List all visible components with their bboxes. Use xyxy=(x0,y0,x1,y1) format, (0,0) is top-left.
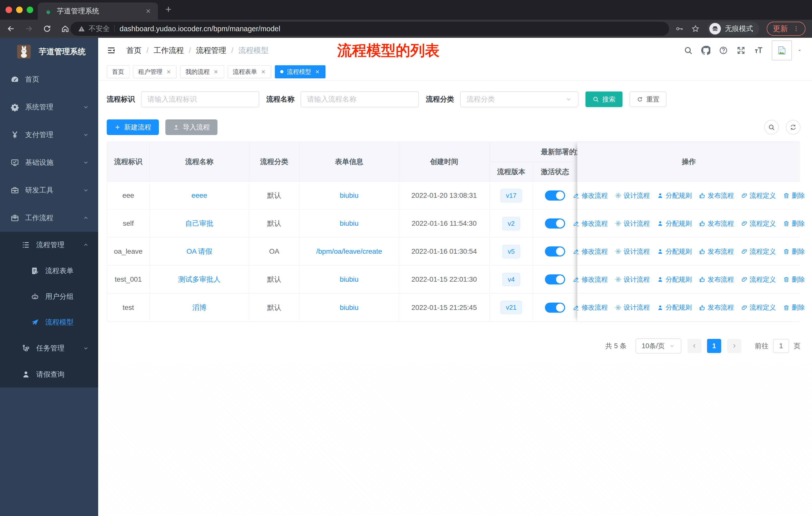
action-design-link[interactable]: 设计流程 xyxy=(615,191,650,200)
sidebar-logo-row[interactable]: 芋道管理系统 xyxy=(0,38,98,65)
sidebar-item-process-model[interactable]: 流程模型 xyxy=(0,309,98,335)
sidebar-item-workflow[interactable]: 工作流程 xyxy=(0,204,98,232)
active-status-toggle[interactable] xyxy=(545,246,565,256)
breadcrumb-process-mgmt[interactable]: 流程管理 xyxy=(196,45,226,56)
action-delete-link[interactable]: 删除 xyxy=(783,219,805,228)
tag-close-icon[interactable] xyxy=(261,69,266,75)
active-status-toggle[interactable] xyxy=(545,190,565,200)
form-info-link[interactable]: biubiu xyxy=(340,275,359,283)
action-delete-link[interactable]: 删除 xyxy=(783,275,805,284)
create-process-button[interactable]: 新建流程 xyxy=(107,119,159,135)
form-info-link[interactable]: biubiu xyxy=(340,191,359,199)
reset-button[interactable]: 重置 xyxy=(630,91,667,107)
search-button[interactable]: 搜索 xyxy=(585,91,622,107)
action-definition-link[interactable]: 流程定义 xyxy=(741,191,776,200)
sidebar-item-payment[interactable]: 支付管理 xyxy=(0,121,98,148)
bookmark-star-icon[interactable] xyxy=(691,24,700,33)
tag-close-icon[interactable] xyxy=(315,69,320,75)
action-assign-link[interactable]: 分配规则 xyxy=(657,275,692,284)
process-name-field[interactable] xyxy=(300,91,419,107)
breadcrumb-workflow[interactable]: 工作流程 xyxy=(153,45,184,56)
back-button[interactable] xyxy=(6,24,15,33)
process-name-link[interactable]: 测试多审批人 xyxy=(178,275,221,284)
action-assign-link[interactable]: 分配规则 xyxy=(657,191,692,200)
refresh-table-button[interactable] xyxy=(786,120,801,135)
version-badge[interactable]: v5 xyxy=(502,245,520,258)
import-process-button[interactable]: 导入流程 xyxy=(165,119,218,135)
form-info-link[interactable]: biubiu xyxy=(340,219,359,227)
tag-close-icon[interactable] xyxy=(213,69,219,75)
action-definition-link[interactable]: 流程定义 xyxy=(741,219,776,228)
sidebar-item-system[interactable]: 系统管理 xyxy=(0,93,98,121)
action-delete-link[interactable]: 删除 xyxy=(783,247,805,256)
sidebar-item-process-form[interactable]: 流程表单 xyxy=(0,258,98,284)
process-name-link[interactable]: eeee xyxy=(192,191,207,199)
tag-process-model[interactable]: 流程模型 xyxy=(275,65,325,78)
process-name-input[interactable] xyxy=(307,95,412,103)
category-select[interactable]: 流程分类 xyxy=(460,91,578,107)
breadcrumb-home[interactable]: 首页 xyxy=(126,45,141,56)
sidebar-collapse-button[interactable] xyxy=(107,46,116,55)
sidebar-item-task-mgmt[interactable]: 任务管理 xyxy=(0,335,98,361)
tag-home[interactable]: 首页 xyxy=(107,65,129,78)
action-modify-link[interactable]: 修改流程 xyxy=(573,247,608,256)
close-window-button[interactable] xyxy=(5,6,12,13)
page-size-select[interactable]: 10条/页 xyxy=(636,338,682,353)
avatar[interactable] xyxy=(772,40,792,60)
action-publish-link[interactable]: 发布流程 xyxy=(699,275,734,284)
action-definition-link[interactable]: 流程定义 xyxy=(741,247,776,256)
action-design-link[interactable]: 设计流程 xyxy=(615,219,650,228)
maximize-window-button[interactable] xyxy=(27,6,33,13)
not-secure-icon[interactable] xyxy=(78,25,85,32)
reload-button[interactable] xyxy=(43,24,51,33)
avatar-caret-down-icon[interactable] xyxy=(797,48,803,53)
goto-page-input[interactable] xyxy=(773,339,789,353)
process-name-link[interactable]: OA 请假 xyxy=(186,247,212,256)
form-info-link[interactable]: biubiu xyxy=(340,304,359,312)
tab-close-icon[interactable] xyxy=(145,8,151,15)
action-publish-link[interactable]: 发布流程 xyxy=(699,247,734,256)
tag-close-icon[interactable] xyxy=(166,69,171,75)
minimize-window-button[interactable] xyxy=(16,6,23,13)
sidebar-item-home[interactable]: 首页 xyxy=(0,65,98,93)
process-key-field[interactable] xyxy=(141,91,259,107)
process-name-link[interactable]: 自己审批 xyxy=(185,219,213,228)
prev-page-button[interactable] xyxy=(688,339,701,353)
action-delete-link[interactable]: 删除 xyxy=(783,191,805,200)
update-button[interactable]: 更新 xyxy=(767,22,806,36)
action-assign-link[interactable]: 分配规则 xyxy=(657,303,692,312)
action-design-link[interactable]: 设计流程 xyxy=(615,303,650,312)
action-assign-link[interactable]: 分配规则 xyxy=(657,247,692,256)
browser-tab[interactable]: 芋道管理系统 xyxy=(38,2,158,20)
tag-tenant[interactable]: 租户管理 xyxy=(133,65,177,78)
new-tab-button[interactable] xyxy=(164,5,173,13)
action-design-link[interactable]: 设计流程 xyxy=(615,275,650,284)
action-publish-link[interactable]: 发布流程 xyxy=(699,303,734,312)
sidebar-item-leave-query[interactable]: 请假查询 xyxy=(0,361,98,387)
version-badge[interactable]: v17 xyxy=(501,189,522,202)
process-name-link[interactable]: 滔博 xyxy=(192,303,206,313)
action-publish-link[interactable]: 发布流程 xyxy=(699,191,734,200)
fullscreen-icon[interactable] xyxy=(736,46,746,55)
action-modify-link[interactable]: 修改流程 xyxy=(573,303,608,312)
version-badge[interactable]: v21 xyxy=(501,301,522,314)
action-definition-link[interactable]: 流程定义 xyxy=(741,275,776,284)
forward-button[interactable] xyxy=(25,24,33,33)
version-badge[interactable]: v2 xyxy=(502,217,520,230)
header-search-icon[interactable] xyxy=(684,46,693,55)
action-modify-link[interactable]: 修改流程 xyxy=(573,275,608,284)
sidebar-item-process-mgmt[interactable]: 流程管理 xyxy=(0,232,98,258)
sidebar-item-infrastructure[interactable]: 基础设施 xyxy=(0,148,98,176)
action-modify-link[interactable]: 修改流程 xyxy=(573,191,608,200)
active-status-toggle[interactable] xyxy=(545,303,565,313)
toggle-search-button[interactable] xyxy=(764,120,779,135)
github-icon[interactable] xyxy=(701,46,710,55)
password-key-icon[interactable] xyxy=(675,25,684,33)
address-bar[interactable]: 不安全 dashboard.yudao.iocoder.cn/bpm/manag… xyxy=(70,22,669,36)
process-key-input[interactable] xyxy=(147,95,253,103)
window-controls[interactable] xyxy=(5,6,33,13)
sidebar-item-dev-tools[interactable]: 研发工具 xyxy=(0,176,98,204)
page-1-button[interactable]: 1 xyxy=(707,339,721,353)
action-modify-link[interactable]: 修改流程 xyxy=(573,219,608,228)
tag-my-process[interactable]: 我的流程 xyxy=(180,65,224,78)
